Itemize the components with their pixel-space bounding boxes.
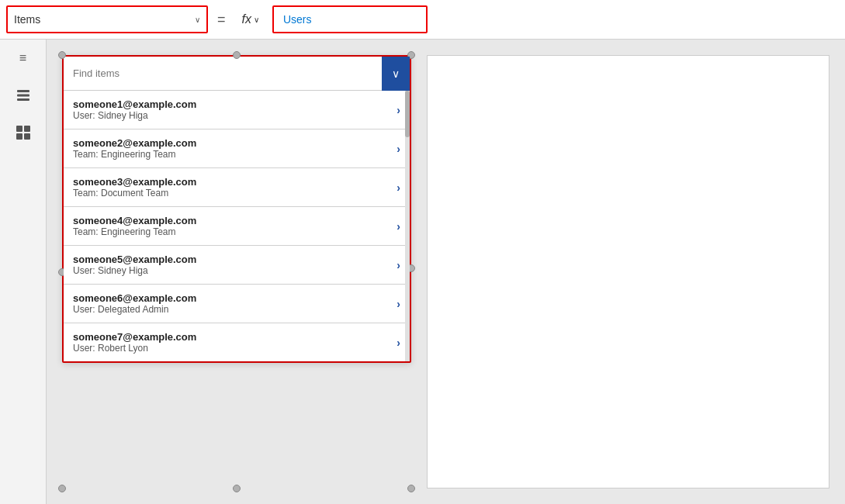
list-item-content-2: someone3@example.com Team: Document Team [73, 176, 196, 198]
dropdown-outer: ∨ someone1@example.com User: Sidney Higa… [62, 55, 411, 488]
dropdown-toggle-button[interactable]: ∨ [382, 57, 410, 91]
list-item-arrow-2: › [397, 181, 400, 194]
svg-rect-6 [24, 133, 30, 140]
svg-rect-2 [17, 98, 29, 101]
components-icon[interactable] [12, 122, 34, 143]
search-input[interactable] [73, 67, 382, 79]
svg-rect-3 [16, 126, 23, 132]
layers-icon[interactable] [12, 85, 34, 106]
right-panel [427, 55, 829, 488]
list-item-subtitle-6: User: Robert Lyon [73, 343, 196, 354]
list-item-subtitle-1: Team: Engineering Team [73, 149, 196, 160]
list-item[interactable]: someone4@example.com Team: Engineering T… [64, 207, 410, 246]
svg-rect-1 [17, 95, 29, 97]
list-item[interactable]: someone5@example.com User: Sidney Higa › [64, 246, 410, 285]
list-item-email-2: someone3@example.com [73, 176, 196, 188]
list-item-email-4: someone5@example.com [73, 254, 196, 265]
dropdown-panel: ∨ someone1@example.com User: Sidney Higa… [62, 55, 411, 363]
scrollbar-track [405, 91, 410, 361]
list-item[interactable]: someone7@example.com User: Robert Lyon › [64, 323, 410, 361]
list-item-content-0: someone1@example.com User: Sidney Higa [73, 98, 196, 121]
canvas-inner: ∨ someone1@example.com User: Sidney Higa… [62, 55, 829, 488]
list-item-subtitle-4: User: Sidney Higa [73, 265, 196, 276]
resize-handle-bl[interactable] [58, 485, 66, 492]
svg-rect-4 [24, 126, 30, 132]
equals-sign: = [214, 12, 229, 28]
list-item-email-5: someone6@example.com [73, 292, 196, 304]
list-item[interactable]: someone1@example.com User: Sidney Higa › [64, 91, 410, 129]
list-item-content-1: someone2@example.com Team: Engineering T… [73, 137, 196, 160]
list-item-email-3: someone4@example.com [73, 215, 196, 226]
items-dropdown-label: Items [14, 13, 40, 26]
items-dropdown-arrow-icon: ∨ [195, 16, 200, 24]
list-item-arrow-1: › [397, 143, 400, 155]
list-item-content-4: someone5@example.com User: Sidney Higa [73, 254, 196, 276]
list-item-content-3: someone4@example.com Team: Engineering T… [73, 215, 196, 237]
sidebar: ≡ [0, 40, 47, 504]
list-item[interactable]: someone6@example.com User: Delegated Adm… [64, 285, 410, 323]
users-label: Users [283, 13, 312, 26]
list-item-arrow-5: › [397, 298, 400, 310]
svg-rect-0 [17, 90, 29, 92]
list-item-email-0: someone1@example.com [73, 98, 196, 110]
fx-button[interactable]: fx ∨ [235, 5, 266, 33]
items-dropdown[interactable]: Items ∨ [6, 5, 208, 33]
search-input-wrapper [64, 67, 382, 79]
list-item-arrow-0: › [397, 104, 400, 116]
list-item[interactable]: someone2@example.com Team: Engineering T… [64, 129, 410, 168]
top-bar: Items ∨ = fx ∨ Users [0, 0, 845, 40]
list-item-content-5: someone6@example.com User: Delegated Adm… [73, 292, 196, 315]
main-content: ≡ [0, 40, 845, 504]
scrollbar-thumb[interactable] [405, 91, 410, 137]
list-item-email-6: someone7@example.com [73, 331, 196, 343]
search-bar: ∨ [64, 57, 410, 91]
list-item-content-6: someone7@example.com User: Robert Lyon [73, 331, 196, 354]
list-item[interactable]: someone3@example.com Team: Document Team… [64, 168, 410, 207]
list-item-arrow-6: › [397, 337, 400, 349]
resize-handle-bc[interactable] [233, 485, 241, 492]
canvas-area: ∨ someone1@example.com User: Sidney Higa… [47, 40, 845, 504]
dropdown-list: someone1@example.com User: Sidney Higa ›… [64, 91, 410, 361]
list-item-subtitle-0: User: Sidney Higa [73, 110, 196, 121]
hamburger-menu-icon[interactable]: ≡ [12, 47, 34, 69]
fx-symbol: fx [242, 12, 251, 26]
resize-handle-br[interactable] [407, 485, 415, 492]
list-item-subtitle-3: Team: Engineering Team [73, 226, 196, 237]
dropdown-toggle-arrow-icon: ∨ [392, 67, 400, 80]
list-item-arrow-4: › [397, 259, 400, 271]
fx-arrow-icon: ∨ [254, 16, 259, 24]
list-item-email-1: someone2@example.com [73, 137, 196, 149]
users-box[interactable]: Users [272, 5, 428, 33]
list-item-subtitle-5: User: Delegated Admin [73, 304, 196, 315]
list-item-arrow-3: › [397, 220, 400, 233]
svg-rect-5 [16, 133, 23, 140]
list-item-subtitle-2: Team: Document Team [73, 188, 196, 198]
